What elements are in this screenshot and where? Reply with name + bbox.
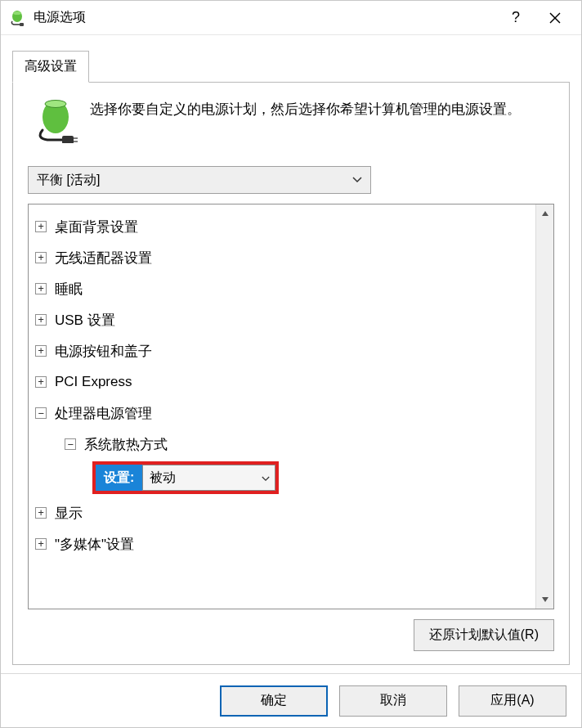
tree-item-wireless-adapter[interactable]: + 无线适配器设置: [35, 242, 532, 273]
chevron-down-icon: [262, 470, 270, 485]
collapse-icon[interactable]: −: [65, 438, 76, 450]
vertical-scrollbar[interactable]: [535, 204, 553, 609]
close-button[interactable]: [535, 3, 575, 33]
restore-row: 还原计划默认值(R): [28, 619, 554, 651]
svg-rect-8: [62, 136, 74, 143]
tree-item-label: 无线适配器设置: [55, 249, 152, 267]
expand-icon[interactable]: +: [35, 507, 47, 519]
titlebar: 电源选项 ?: [1, 1, 581, 35]
power-options-dialog: 电源选项 ? 高级设置: [0, 0, 582, 728]
cancel-button[interactable]: 取消: [339, 685, 447, 717]
tree-item-pci-express[interactable]: + PCI Express: [35, 366, 532, 398]
setting-highlight-box: 设置: 被动: [92, 461, 279, 494]
expand-icon[interactable]: +: [35, 538, 47, 550]
tree-item-label: 桌面背景设置: [55, 218, 138, 236]
description-text: 选择你要自定义的电源计划，然后选择你希望计算机管理的电源设置。: [90, 97, 521, 120]
dialog-footer: 确定 取消 应用(A): [1, 673, 581, 727]
battery-plug-icon: [9, 10, 25, 26]
tree-item-label: 处理器电源管理: [55, 404, 152, 423]
apply-button[interactable]: 应用(A): [459, 685, 566, 717]
setting-label: 设置:: [96, 465, 142, 491]
tree-item-processor-power[interactable]: − 处理器电源管理: [35, 398, 532, 429]
cooling-policy-value: 被动: [150, 470, 262, 487]
tree-item-label: USB 设置: [55, 311, 115, 330]
tree-item-label: "多媒体"设置: [55, 535, 134, 554]
power-plan-selected: 平衡 [活动]: [37, 172, 351, 189]
tab-advanced-settings[interactable]: 高级设置: [12, 51, 89, 83]
tree-item-multimedia[interactable]: + "多媒体"设置: [35, 528, 532, 559]
tree-item-cooling-policy[interactable]: − 系统散热方式: [35, 429, 532, 460]
tree-item-cooling-setting: 设置: 被动: [35, 460, 532, 497]
scroll-up-arrow-icon[interactable]: [541, 208, 549, 219]
tab-strip: 高级设置: [12, 50, 570, 82]
description-row: 选择你要自定义的电源计划，然后选择你希望计算机管理的电源设置。: [28, 97, 554, 143]
ok-button[interactable]: 确定: [220, 685, 328, 717]
expand-icon[interactable]: +: [35, 221, 47, 232]
tab-body: 选择你要自定义的电源计划，然后选择你希望计算机管理的电源设置。 平衡 [活动] …: [12, 82, 570, 665]
power-plan-dropdown[interactable]: 平衡 [活动]: [28, 166, 371, 194]
tree-scroll-area: + 桌面背景设置 + 无线适配器设置 + 睡眠 + USB 设置: [29, 204, 535, 609]
tree-item-label: 睡眠: [55, 280, 83, 299]
tree-item-display[interactable]: + 显示: [35, 497, 532, 528]
tree-item-sleep[interactable]: + 睡眠: [35, 273, 532, 304]
battery-large-icon: [33, 97, 78, 143]
tree-item-label: 系统散热方式: [84, 435, 168, 454]
tree-item-power-button-lid[interactable]: + 电源按钮和盖子: [35, 335, 532, 366]
chevron-down-icon: [351, 177, 364, 183]
expand-icon[interactable]: +: [35, 252, 47, 263]
tree-item-label: PCI Express: [55, 374, 132, 390]
expand-icon[interactable]: +: [35, 345, 47, 357]
window-title: 电源选项: [34, 9, 496, 26]
restore-defaults-button[interactable]: 还原计划默认值(R): [414, 619, 554, 651]
tree-item-usb[interactable]: + USB 设置: [35, 304, 532, 335]
tree-item-desktop-background[interactable]: + 桌面背景设置: [35, 211, 532, 242]
collapse-icon[interactable]: −: [35, 407, 47, 419]
tree-item-label: 显示: [55, 504, 83, 523]
expand-icon[interactable]: +: [35, 376, 47, 388]
settings-tree: + 桌面背景设置 + 无线适配器设置 + 睡眠 + USB 设置: [28, 204, 554, 609]
expand-icon[interactable]: +: [35, 314, 47, 326]
svg-rect-2: [20, 23, 24, 26]
expand-icon[interactable]: +: [35, 283, 47, 294]
cooling-policy-dropdown[interactable]: 被动: [142, 465, 275, 491]
svg-point-1: [13, 11, 21, 15]
content-area: 高级设置 选择你要自定义的电源计划，然后选择你希望计算机管理的电源设置。: [1, 35, 581, 673]
help-button[interactable]: ?: [496, 3, 535, 33]
scroll-down-arrow-icon[interactable]: [541, 594, 549, 605]
tree-item-label: 电源按钮和盖子: [55, 342, 152, 361]
